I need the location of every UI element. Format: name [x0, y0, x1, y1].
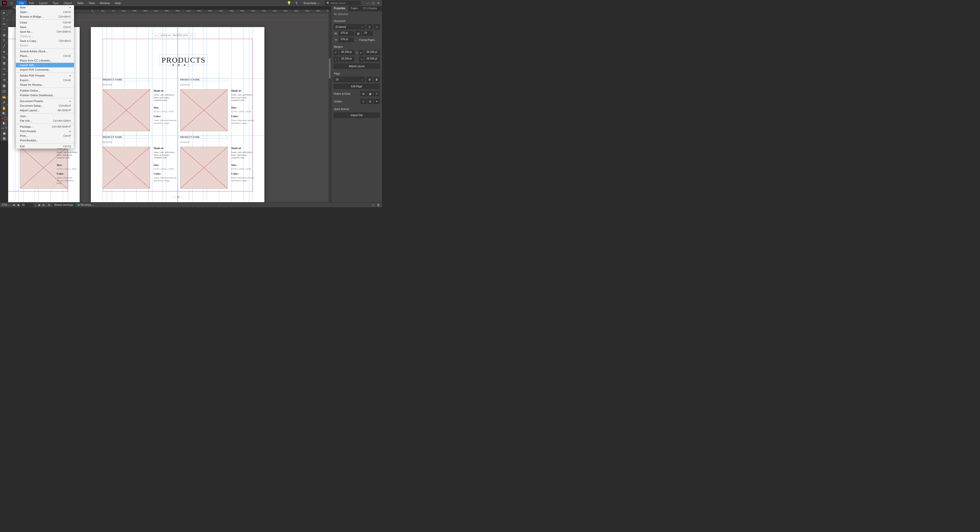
baseline-grid-icon[interactable]: ≡	[374, 91, 380, 96]
menu-item-print[interactable]: Print...Ctrl+P	[16, 134, 74, 138]
margin-bottom-input[interactable]: 38.268 pt	[339, 57, 354, 62]
menu-edit[interactable]: Edit	[27, 0, 37, 6]
import-file-button[interactable]: Import File	[334, 113, 380, 118]
menu-item-place-from-cc-libraries[interactable]: Place from CC Libraries...	[16, 58, 74, 63]
show-guides-icon[interactable]: ⊹	[361, 99, 366, 104]
last-page-icon[interactable]: ⏭	[42, 204, 45, 206]
menu-help[interactable]: Help	[112, 0, 123, 6]
menu-item-adjust-layout[interactable]: Adjust Layout...Alt+Shift+P	[16, 108, 74, 113]
menu-item-save[interactable]: SaveCtrl+S	[16, 25, 74, 29]
gap-tool-icon[interactable]: ↔	[0, 27, 8, 32]
menu-object[interactable]: Object	[61, 0, 75, 6]
line-tool-icon[interactable]: ╱	[0, 43, 8, 49]
open-spread-icon[interactable]: ⊕	[48, 204, 50, 206]
next-page-icon[interactable]: ▶	[38, 204, 41, 206]
pages-count-input[interactable]: 24	[363, 31, 372, 36]
menu-file[interactable]: File	[17, 0, 27, 6]
menu-item-user[interactable]: User...	[16, 114, 74, 118]
home-icon[interactable]: ⌂	[9, 1, 14, 5]
edit-page-button[interactable]: Edit Page	[334, 84, 380, 89]
paragraph-style-status[interactable]: [Basic] (working)	[52, 203, 75, 207]
menu-item-exit[interactable]: ExitCtrl+Q	[16, 144, 74, 148]
menu-item-save-a-copy[interactable]: Save a Copy...Ctrl+Alt+S	[16, 38, 74, 43]
prev-page-icon[interactable]: ◀	[16, 204, 20, 206]
menu-item-save-as[interactable]: Save As...Ctrl+Shift+S	[16, 29, 74, 34]
menu-item-file-info[interactable]: File Info...Ctrl+Alt+Shift+I	[16, 118, 74, 123]
menu-item-search-adobe-stock[interactable]: Search Adobe Stock...	[16, 49, 74, 54]
margin-right-input[interactable]: 38.268 pt	[365, 57, 380, 62]
facing-pages-checkbox[interactable]: ✓Facing Pages	[355, 38, 375, 42]
pen-tool-icon[interactable]: ✒	[0, 49, 8, 55]
hand-tool-icon[interactable]: ✋	[0, 105, 8, 111]
content-collector-tool-icon[interactable]: ⊞	[0, 32, 8, 38]
menu-item-place[interactable]: Place...Ctrl+D	[16, 54, 74, 58]
menu-item-share-for-review[interactable]: Share for Review...	[16, 83, 74, 87]
height-input[interactable]: 576 pt	[339, 38, 354, 42]
page-number-input[interactable]: 19	[21, 203, 33, 207]
page-number-dropdown[interactable]: 19	[334, 77, 365, 82]
tab-pages[interactable]: Pages	[348, 6, 360, 11]
menu-item-document-setup[interactable]: Document Setup...Ctrl+Alt+P	[16, 104, 74, 108]
orientation-portrait-icon[interactable]: ▯	[367, 24, 372, 29]
link-margins-icon[interactable]: ⇅	[355, 51, 358, 54]
menu-item-print-booklet[interactable]: Print Booklet...	[16, 138, 74, 143]
margin-left-input[interactable]: 38.268 pt	[365, 50, 380, 55]
page-preset-dropdown[interactable]: [Custom]	[334, 24, 365, 29]
zoom-selector[interactable]: 57% ⌄	[2, 204, 10, 206]
ruler-units-icon[interactable]: ⊞	[361, 91, 366, 96]
workspace-selector[interactable]: Essentials ⌄	[302, 1, 321, 5]
direct-selection-tool-icon[interactable]: ▹	[0, 15, 8, 21]
screen-mode-icon[interactable]: ▣	[0, 131, 8, 136]
adjust-layout-button[interactable]: Adjust Layout	[334, 64, 380, 68]
new-page-icon[interactable]: ⊞	[367, 77, 372, 82]
menu-item-import-pdf-comments[interactable]: Import PDF Comments...	[16, 67, 74, 72]
note-tool-icon[interactable]: ✍	[0, 94, 8, 100]
preflight-status[interactable]: No errors ⌄	[78, 204, 94, 206]
margin-top-input[interactable]: 38.268 pt	[339, 50, 354, 55]
gradient-swatch-tool-icon[interactable]: ▦	[0, 83, 8, 88]
menu-type[interactable]: Type	[50, 0, 61, 6]
stock-search-input[interactable]: 🔍 Adobe Stock	[325, 1, 361, 5]
menu-item-open[interactable]: Open...Ctrl+O	[16, 10, 74, 14]
menu-item-adobe-pdf-presets[interactable]: Adobe PDF Presets	[16, 73, 74, 78]
free-transform-tool-icon[interactable]: ⟲	[0, 77, 8, 83]
tab-cc-libraries[interactable]: CC Libraries	[360, 6, 380, 11]
status-trash-icon[interactable]: 🗑	[377, 203, 380, 207]
menu-item-print-presets[interactable]: Print Presets	[16, 129, 74, 134]
window-close-icon[interactable]: ✕	[376, 1, 380, 5]
scrollbar-thumb[interactable]	[329, 58, 331, 79]
menu-item-publish-online[interactable]: Publish Online...	[16, 88, 74, 93]
menu-item-document-presets[interactable]: Document Presets	[16, 99, 74, 104]
delete-page-icon[interactable]: 🗑	[374, 77, 380, 82]
menu-item-browse-in-bridge[interactable]: Browse in Bridge...Ctrl+Alt+O	[16, 14, 74, 19]
tips-icon[interactable]: 💡	[287, 1, 291, 5]
menu-item-import-xml[interactable]: Import XML...	[16, 63, 74, 67]
page-tool-icon[interactable]: ▭	[0, 21, 8, 27]
page-dropdown-icon[interactable]: ⌄	[34, 204, 37, 206]
window-maximize-icon[interactable]: ▢	[371, 1, 375, 5]
view-options-icon[interactable]: ▦	[0, 136, 8, 141]
menu-item-publish-online-dashboard[interactable]: Publish Online Dashboard...	[16, 93, 74, 97]
window-minimize-icon[interactable]: —	[366, 1, 370, 5]
menu-table[interactable]: Table	[74, 0, 86, 6]
type-tool-icon[interactable]: T	[0, 38, 8, 43]
zoom-tool-icon[interactable]: 🔍	[0, 111, 8, 116]
lock-guides-icon[interactable]: ⊕	[367, 99, 373, 104]
selection-tool-icon[interactable]: ▸	[0, 10, 8, 15]
menu-item-package[interactable]: Package...Ctrl+Alt+Shift+P	[16, 124, 74, 129]
eyedropper-tool-icon[interactable]: ✐	[0, 100, 8, 105]
vertical-scrollbar[interactable]	[328, 10, 331, 202]
width-input[interactable]: 576 pt	[339, 31, 354, 36]
tab-properties[interactable]: Properties	[331, 6, 348, 11]
fill-stroke-swatch[interactable]	[0, 116, 8, 121]
menu-item-new[interactable]: New	[16, 5, 74, 10]
menu-item-export[interactable]: Export...Ctrl+E	[16, 78, 74, 83]
smart-guides-icon[interactable]: ✦	[374, 99, 380, 104]
rectangle-frame-tool-icon[interactable]: ⊠	[0, 60, 8, 66]
scissors-tool-icon[interactable]: ✂	[0, 72, 8, 77]
pencil-tool-icon[interactable]: ✎	[0, 55, 8, 60]
share-icon[interactable]: ⇪	[294, 1, 299, 5]
menu-layout[interactable]: Layout	[37, 0, 50, 6]
apply-color-icon[interactable]: ◧	[0, 121, 8, 126]
menu-view[interactable]: View	[86, 0, 97, 6]
